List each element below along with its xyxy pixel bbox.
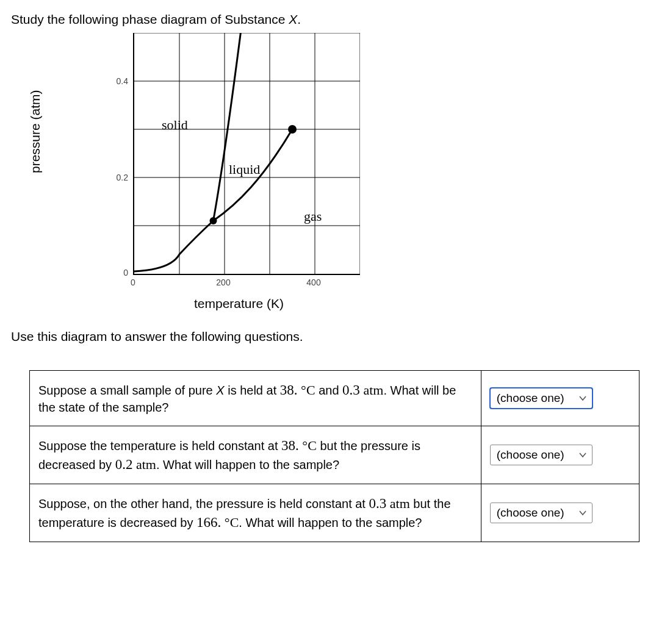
y-tick-1: 0.2 [110,172,128,184]
question-text-2: Suppose the temperature is held constant… [30,426,481,484]
question-table: Suppose a small sample of pure X is held… [29,370,639,542]
region-gas-label: gas [304,209,322,224]
critical-point [288,125,297,134]
triple-point [210,217,217,224]
answer-dropdown-1[interactable]: (choose one) [490,388,593,409]
y-axis-label: pressure (atm) [27,90,44,174]
intro-subject: X [289,12,297,26]
grid [134,33,360,274]
plot-area: solid liquid gas [133,33,360,275]
chevron-down-icon [578,394,587,402]
answer-cell-3: (choose one) [481,484,639,542]
answer-dropdown-2[interactable]: (choose one) [490,445,593,465]
solid-liquid-boundary [214,33,242,221]
region-solid-label: solid [162,117,188,132]
phase-diagram: pressure (atm) 0 0.2 0.4 0 200 400 [35,33,402,313]
x-axis-label: temperature (K) [194,295,284,312]
x-tick-0: 0 [124,277,142,288]
x-tick-1: 200 [214,277,232,288]
dropdown-label: (choose one) [497,505,564,521]
dropdown-label: (choose one) [497,447,564,463]
answer-cell-1: (choose one) [481,370,639,426]
dropdown-label: (choose one) [497,390,564,406]
table-row: Suppose the temperature is held constant… [30,426,639,484]
table-row: Suppose, on the other hand, the pressure… [30,484,639,542]
intro-text: Study the following phase diagram of Sub… [11,11,659,28]
answer-cell-2: (choose one) [481,426,639,484]
y-tick-2: 0.4 [110,76,128,87]
chevron-down-icon [578,509,587,517]
question-text-3: Suppose, on the other hand, the pressure… [30,484,481,542]
chevron-down-icon [578,451,587,459]
x-tick-2: 400 [304,277,323,288]
question-text-1: Suppose a small sample of pure X is held… [30,370,481,426]
answer-dropdown-3[interactable]: (choose one) [490,503,593,523]
solid-gas-boundary [134,221,214,271]
intro-prefix: Study the following phase diagram of Sub… [11,12,289,26]
intro-suffix: . [297,12,301,26]
table-row: Suppose a small sample of pure X is held… [30,370,639,426]
plot-svg: solid liquid gas [134,33,360,274]
region-liquid-label: liquid [229,162,260,177]
mid-text: Use this diagram to answer the following… [11,328,659,345]
